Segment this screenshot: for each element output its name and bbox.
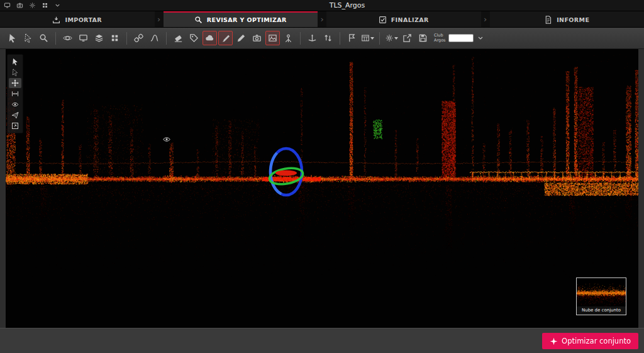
sparkle-icon — [550, 337, 558, 345]
toolbar-separator — [300, 32, 301, 45]
transform-axes-tool-button[interactable] — [305, 31, 319, 45]
optimize-button-label: Optimizar conjunto — [562, 337, 631, 345]
apps-grid-icon[interactable] — [42, 2, 48, 9]
settings-gear-icon[interactable] — [29, 2, 36, 9]
import-icon — [52, 16, 60, 24]
camera-icon[interactable] — [16, 2, 23, 9]
point-cloud-viewport[interactable] — [6, 49, 638, 328]
finalize-check-icon — [379, 16, 387, 24]
report-doc-icon — [544, 16, 552, 24]
toolbar-field-labels: Club Argos — [434, 33, 446, 43]
save-tool-button[interactable] — [416, 31, 430, 45]
camera-icon — [252, 33, 262, 43]
left-deselect-tool-button[interactable] — [9, 67, 21, 77]
chevron-down-icon — [54, 2, 61, 9]
grid-view-tool-button[interactable] — [108, 31, 122, 45]
toolbar-separator — [340, 32, 340, 45]
toolbar-field: Club Argos — [434, 33, 485, 43]
layers-tool-button[interactable] — [92, 31, 106, 45]
check-square-icon — [379, 16, 387, 24]
minimap-panel[interactable]: Nube de conjunto — [576, 277, 626, 315]
brush-icon — [221, 33, 230, 43]
left-select-tool-button[interactable] — [9, 57, 21, 67]
cloud-tool-button[interactable] — [203, 31, 217, 45]
chevron-down-icon[interactable] — [54, 2, 61, 9]
spline-icon — [150, 33, 159, 43]
minimap-thumbnail[interactable] — [577, 278, 626, 306]
grid-icon — [110, 33, 119, 43]
screen-fit-tool-button[interactable] — [76, 31, 91, 45]
orbit-view-tool-button[interactable] — [60, 31, 75, 45]
window-title: TLS_Argos — [330, 1, 365, 9]
tab-revisar-y-optimizar[interactable]: REVISAR Y OPTIMIZAR — [164, 11, 318, 27]
minimap-label: Nube de conjunto — [577, 306, 626, 315]
station-tool-button[interactable] — [281, 31, 296, 45]
tab-finalizar[interactable]: FINALIZAR — [326, 11, 481, 27]
titlebar-icons — [4, 2, 61, 9]
cursor-icon — [11, 58, 19, 65]
camera-tool-button[interactable] — [250, 31, 264, 45]
pencil-icon — [236, 33, 246, 43]
toolbar-groups — [5, 31, 430, 45]
swap-icon — [323, 33, 333, 43]
pencil-tool-button[interactable] — [234, 31, 248, 45]
bottom-bar: Optimizar conjunto — [0, 328, 644, 353]
viewport: Nube de conjunto — [0, 49, 644, 328]
left-view-orbit-tool-button[interactable] — [9, 99, 21, 109]
monitor-icon — [4, 2, 11, 9]
station-icon — [284, 33, 293, 43]
table-menu-button[interactable] — [360, 31, 375, 45]
chevron-down-icon — [477, 33, 484, 43]
tab-label: INFORME — [557, 16, 589, 23]
toolbar-separator — [379, 32, 380, 45]
export-icon — [402, 33, 412, 43]
tag-icon — [189, 33, 199, 43]
gear-icon — [29, 2, 36, 9]
left-exit-view-tool-button[interactable] — [9, 121, 21, 131]
optimize-button[interactable]: Optimizar conjunto — [542, 333, 638, 349]
window-menu-icon[interactable] — [4, 2, 11, 9]
export-tool-button[interactable] — [400, 31, 414, 45]
tab-label: IMPORTAR — [65, 16, 102, 23]
toolbar-separator — [166, 32, 167, 45]
sparkle-icon — [550, 337, 558, 345]
left-pan-tool-button[interactable] — [9, 78, 21, 88]
link-icon — [134, 33, 143, 43]
tab-chevron-separator — [155, 11, 164, 27]
select-tool-button[interactable] — [5, 31, 19, 45]
toolbar-separator — [126, 32, 127, 45]
tab-label: FINALIZAR — [391, 16, 429, 23]
tab-chevron-separator — [481, 11, 490, 27]
image-tool-button[interactable] — [265, 31, 280, 45]
field-dropdown-button[interactable] — [476, 34, 485, 43]
image-icon — [268, 33, 277, 43]
tag-tool-button[interactable] — [187, 31, 201, 45]
review-magnifier-icon — [194, 16, 203, 24]
tab-informe[interactable]: INFORME — [490, 11, 644, 27]
swap-view-tool-button[interactable] — [321, 31, 335, 45]
dropdown-caret-icon — [370, 37, 374, 42]
eraser-icon — [174, 33, 183, 43]
import-icon — [52, 16, 60, 24]
toolbar-search-input[interactable] — [448, 34, 474, 42]
left-navigate-tool-button[interactable] — [9, 110, 21, 120]
brush-tool-button[interactable] — [218, 31, 233, 45]
plane-icon — [11, 111, 19, 119]
eraser-tool-button[interactable] — [171, 31, 186, 45]
left-horizontal-measure-tool-button[interactable] — [9, 89, 21, 99]
zoom-tool-button[interactable] — [36, 31, 51, 45]
layers-icon — [94, 33, 104, 43]
link-scans-tool-button[interactable] — [131, 31, 146, 45]
settings-menu-button[interactable] — [384, 31, 399, 45]
frame-out-icon — [11, 122, 19, 130]
spline-tool-button[interactable] — [147, 31, 162, 45]
tab-importar[interactable]: IMPORTAR — [0, 11, 155, 27]
tab-chevron-separator — [318, 11, 326, 27]
left-toolbar — [7, 54, 23, 133]
add-flag-tool-button[interactable] — [345, 31, 359, 45]
dropdown-caret-icon — [394, 37, 398, 42]
workflow-tabbar: IMPORTAR REVISAR Y OPTIMIZAR FINALIZAR I… — [0, 11, 644, 28]
marquee-select-tool-button[interactable] — [21, 31, 35, 45]
grid-icon — [42, 2, 48, 9]
cursor-icon — [8, 33, 17, 43]
